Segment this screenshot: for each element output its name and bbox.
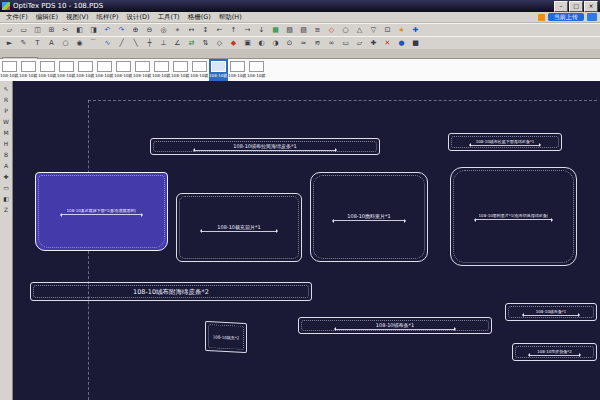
- menu-item[interactable]: 设计(D): [123, 13, 154, 22]
- toolbar-icon[interactable]: ←: [213, 24, 226, 36]
- toolbar-icon[interactable]: ✕: [381, 37, 394, 49]
- toolbar-icon[interactable]: ✂: [59, 24, 72, 36]
- pattern-thumbnail[interactable]: 108-10裁: [0, 59, 19, 81]
- pattern-piece-lining-right[interactable]: 108-10面料里片*1(有布切换海绵皮条): [450, 167, 577, 266]
- close-button[interactable]: ×: [584, 1, 598, 12]
- toolbar-icon[interactable]: ⊡: [381, 24, 394, 36]
- tool-icon[interactable]: Z: [1, 205, 11, 214]
- toolbar-icon[interactable]: ⊙: [283, 37, 296, 49]
- pattern-piece-long-strip[interactable]: 108-10绒布附海绵皮条*2: [30, 282, 312, 301]
- toolbar-icon[interactable]: ▣: [241, 37, 254, 49]
- toolbar-icon[interactable]: ✚: [409, 24, 422, 36]
- toolbar-icon[interactable]: ●: [395, 37, 408, 49]
- pattern-thumbnail[interactable]: 108-10裁: [228, 59, 247, 81]
- pattern-thumbnail[interactable]: 108-10裁: [19, 59, 38, 81]
- cloud-icon[interactable]: [587, 13, 597, 21]
- pattern-thumbnail[interactable]: 108-10裁: [190, 59, 209, 81]
- toolbar-icon[interactable]: ○: [339, 24, 352, 36]
- toolbar-icon[interactable]: ★: [395, 24, 408, 36]
- toolbar-icon[interactable]: ◎: [157, 24, 170, 36]
- toolbar-icon[interactable]: ▭: [17, 24, 30, 36]
- tool-icon[interactable]: ⇖: [1, 84, 11, 93]
- pattern-thumbnail[interactable]: 108-10裁: [152, 59, 171, 81]
- toolbar-icon[interactable]: ┼: [143, 37, 156, 49]
- toolbar-icon[interactable]: ╱: [115, 37, 128, 49]
- pattern-canvas[interactable]: 108-10绒布拉筒海绵皮条*1 108-10绒布松紧下面海绵皮条*1 108-…: [13, 81, 600, 400]
- toolbar-icon[interactable]: △: [353, 24, 366, 36]
- toolbar-icon[interactable]: ≋: [311, 37, 324, 49]
- tool-icon[interactable]: B: [1, 150, 11, 159]
- tool-icon[interactable]: ◧: [1, 194, 11, 203]
- pattern-piece-right-strip-2[interactable]: 108-10完姿势条*2: [512, 343, 597, 361]
- toolbar-icon[interactable]: ⇄: [185, 37, 198, 49]
- pattern-thumbnail[interactable]: 108-10裁: [209, 59, 228, 81]
- toolbar-icon[interactable]: ◑: [269, 37, 282, 49]
- toolbar-icon[interactable]: ▽: [367, 24, 380, 36]
- tool-icon[interactable]: P: [1, 106, 11, 115]
- toolbar-icon[interactable]: ⌖: [171, 24, 184, 36]
- toolbar-icon[interactable]: ▨: [297, 24, 310, 36]
- menu-item[interactable]: 视图(V): [62, 13, 93, 22]
- toolbar-icon[interactable]: ►: [3, 37, 16, 49]
- toolbar-icon[interactable]: ◨: [87, 24, 100, 36]
- toolbar-icon[interactable]: ◆: [227, 37, 240, 49]
- toolbar-icon[interactable]: ■: [409, 37, 422, 49]
- pattern-piece-lining[interactable]: 108-10面料里片*1: [310, 172, 428, 262]
- toolbar-icon[interactable]: ◧: [73, 24, 86, 36]
- pattern-piece-right-strip-1[interactable]: 108-10绒布条*1: [505, 303, 597, 321]
- pattern-thumbnail[interactable]: 108-10裁: [76, 59, 95, 81]
- pattern-piece-trapezoid[interactable]: 108-10裁充*2: [205, 321, 247, 353]
- toolbar-icon[interactable]: ↑: [227, 24, 240, 36]
- toolbar-icon[interactable]: T: [31, 37, 44, 49]
- toolbar-icon[interactable]: ▧: [283, 24, 296, 36]
- menu-item[interactable]: 纸样(P): [93, 13, 123, 22]
- toolbar-icon[interactable]: ⊥: [157, 37, 170, 49]
- pattern-thumbnail[interactable]: 108-10裁: [38, 59, 57, 81]
- tool-icon[interactable]: H: [1, 139, 11, 148]
- menu-item[interactable]: 工具(T): [154, 13, 184, 22]
- toolbar-icon[interactable]: ⊞: [45, 24, 58, 36]
- pattern-piece-front[interactable]: 108-10裁充前片*1: [176, 193, 302, 262]
- toolbar-icon[interactable]: ∠: [171, 37, 184, 49]
- pattern-thumbnail[interactable]: 108-10裁: [57, 59, 76, 81]
- toolbar-icon[interactable]: ⇅: [199, 37, 212, 49]
- toolbar-icon[interactable]: ◇: [325, 24, 338, 36]
- menu-item[interactable]: 编辑(E): [32, 13, 62, 22]
- toolbar-icon[interactable]: ◉: [73, 37, 86, 49]
- minimize-button[interactable]: –: [554, 1, 568, 12]
- toolbar-icon[interactable]: ⊖: [143, 24, 156, 36]
- toolbar-icon[interactable]: ↓: [255, 24, 268, 36]
- pattern-thumbnail[interactable]: 108-10裁: [114, 59, 133, 81]
- toolbar-icon[interactable]: ↶: [101, 24, 114, 36]
- menu-item[interactable]: 文件(F): [2, 13, 32, 22]
- toolbar-icon[interactable]: ≡: [311, 24, 324, 36]
- toolbar-icon[interactable]: ◫: [31, 24, 44, 36]
- toolbar-icon[interactable]: ⊕: [129, 24, 142, 36]
- pattern-thumbnail[interactable]: 108-10裁: [171, 59, 190, 81]
- toolbar-icon[interactable]: ╲: [129, 37, 142, 49]
- pattern-piece-top-right-strip[interactable]: 108-10绒布松紧下面海绵皮条*1: [448, 133, 562, 151]
- toolbar-icon[interactable]: A: [45, 37, 58, 49]
- toolbar-icon[interactable]: ✚: [367, 37, 380, 49]
- toolbar-icon[interactable]: ↔: [185, 24, 198, 36]
- pattern-piece-top-strip[interactable]: 108-10绒布拉筒海绵皮条*1: [150, 138, 380, 155]
- pattern-piece-selected[interactable]: 108-10真皮裁床下面*1(配有底裁面料): [35, 172, 168, 251]
- toolbar-icon[interactable]: ✎: [17, 37, 30, 49]
- tool-icon[interactable]: W: [1, 117, 11, 126]
- toolbar-icon[interactable]: ↷: [115, 24, 128, 36]
- pattern-thumbnail[interactable]: 108-10裁: [95, 59, 114, 81]
- tool-icon[interactable]: M: [1, 128, 11, 137]
- tool-icon[interactable]: ✚: [1, 172, 11, 181]
- pattern-piece-bottom-strip[interactable]: 108-10绒布条*1: [298, 317, 492, 334]
- toolbar-icon[interactable]: ▱: [3, 24, 16, 36]
- toolbar-icon[interactable]: ▦: [269, 24, 282, 36]
- pattern-thumbnail[interactable]: 108-10裁: [133, 59, 152, 81]
- tool-icon[interactable]: A: [1, 161, 11, 170]
- tool-icon[interactable]: R: [1, 95, 11, 104]
- toolbar-icon[interactable]: ∞: [325, 37, 338, 49]
- pattern-thumbnail[interactable]: 108-10裁: [247, 59, 266, 81]
- toolbar-icon[interactable]: ▱: [353, 37, 366, 49]
- menu-item[interactable]: 格栅(G): [184, 13, 215, 22]
- toolbar-icon[interactable]: ↕: [199, 24, 212, 36]
- toolbar-icon[interactable]: ◐: [255, 37, 268, 49]
